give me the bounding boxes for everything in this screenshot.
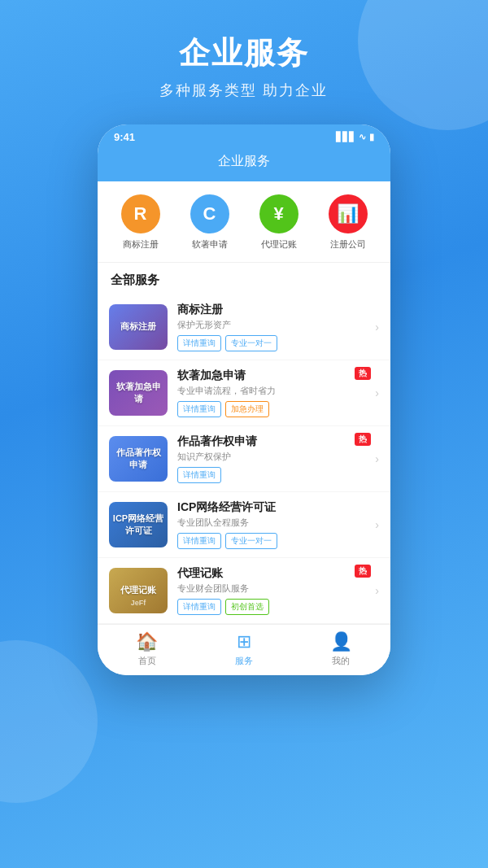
service-info-icp: ICP网络经营许可证 专业团队全程服务 详情重询 专业一对一 bbox=[177, 500, 372, 549]
app-header: 企业服务 bbox=[98, 146, 390, 181]
nav-item-home[interactable]: 🏠 首页 bbox=[136, 631, 158, 667]
service-icon: ⊞ bbox=[237, 631, 251, 652]
service-thumb-trademark: 商标注册 bbox=[109, 304, 168, 350]
service-item-copyright[interactable]: 作品著作权申请 作品著作权申请 知识产权保护 详情重询 › 热 bbox=[98, 426, 390, 492]
nav-item-service[interactable]: ⊞ 服务 bbox=[235, 631, 253, 667]
quick-icon-agent[interactable]: ¥ 代理记账 bbox=[259, 194, 298, 251]
app-title: 企业服务 bbox=[218, 154, 270, 168]
nav-label-home: 首页 bbox=[138, 655, 156, 667]
service-name-soft: 软著加急申请 bbox=[177, 369, 372, 383]
service-tags-agent: 详情重询 初创首选 bbox=[177, 599, 372, 615]
service-info-agent: 代理记账 专业财会团队服务 详情重询 初创首选 bbox=[177, 566, 372, 615]
page-title: 企业服务 bbox=[16, 33, 472, 74]
bottom-nav: 🏠 首页 ⊞ 服务 👤 我的 bbox=[98, 624, 390, 675]
jeff-label: JeFf bbox=[109, 599, 168, 608]
thumb-text-trademark: 商标注册 bbox=[117, 317, 159, 336]
service-item-trademark[interactable]: 商标注册 商标注册 保护无形资产 详情重询 专业一对一 › bbox=[98, 294, 390, 360]
service-tags-copyright: 详情重询 bbox=[177, 467, 372, 483]
quick-icons-row: R 商标注册 C 软著申请 ¥ 代理记账 📊 注册公司 bbox=[98, 181, 390, 263]
tag-detail-4: 详情重询 bbox=[177, 533, 221, 549]
quick-icon-trademark[interactable]: R 商标注册 bbox=[121, 194, 160, 251]
service-desc-trademark: 保护无形资产 bbox=[177, 319, 372, 331]
trademark-icon-circle: R bbox=[121, 194, 160, 233]
register-label: 注册公司 bbox=[330, 238, 366, 251]
hot-badge-agent: 热 bbox=[355, 565, 371, 578]
thumb-text-icp: ICP网络经营许可证 bbox=[109, 509, 168, 541]
section-title: 全部服务 bbox=[98, 263, 390, 294]
service-name-trademark: 商标注册 bbox=[177, 303, 372, 317]
status-time: 9:41 bbox=[114, 131, 135, 143]
service-name-agent: 代理记账 bbox=[177, 566, 372, 581]
soft-icon-circle: C bbox=[190, 194, 229, 233]
wifi-icon: ∿ bbox=[359, 132, 366, 142]
service-info-soft: 软著加急申请 专业申请流程，省时省力 详情重询 加急办理 bbox=[177, 369, 372, 417]
register-icon-circle: 📊 bbox=[329, 194, 368, 233]
service-thumb-soft: 软著加急申请 bbox=[109, 370, 168, 416]
service-desc-icp: 专业团队全程服务 bbox=[177, 517, 372, 529]
service-list: 商标注册 商标注册 保护无形资产 详情重询 专业一对一 › 软著加急申请 软著加… bbox=[98, 294, 390, 624]
service-desc-soft: 专业申请流程，省时省力 bbox=[177, 385, 372, 397]
status-icons: ▋▋▋ ∿ ▮ bbox=[336, 132, 374, 142]
service-item-agent[interactable]: 代理记账 JeFf 代理记账 专业财会团队服务 详情重询 初创首选 › 热 bbox=[98, 558, 390, 624]
service-item-icp[interactable]: ICP网络经营许可证 ICP网络经营许可证 专业团队全程服务 详情重询 专业一对… bbox=[98, 492, 390, 558]
phone-mockup: 9:41 ▋▋▋ ∿ ▮ 企业服务 R 商标注册 C 软著申请 ¥ 代理记账 📊… bbox=[98, 124, 390, 675]
chevron-icp: › bbox=[375, 518, 379, 531]
tag-detail-3: 详情重询 bbox=[177, 467, 221, 483]
chevron-agent: › bbox=[375, 584, 379, 597]
tag-professional-4: 专业一对一 bbox=[225, 533, 277, 549]
soft-label: 软著申请 bbox=[192, 238, 228, 251]
thumb-text-copyright: 作品著作权申请 bbox=[109, 443, 168, 475]
agent-label: 代理记账 bbox=[261, 238, 297, 251]
bg-decoration-bottom bbox=[0, 640, 98, 803]
quick-icon-register[interactable]: 📊 注册公司 bbox=[329, 194, 368, 251]
service-tags-icp: 详情重询 专业一对一 bbox=[177, 533, 372, 549]
service-thumb-copyright: 作品著作权申请 bbox=[109, 436, 168, 482]
status-bar: 9:41 ▋▋▋ ∿ ▮ bbox=[98, 124, 390, 146]
home-icon: 🏠 bbox=[136, 631, 158, 652]
tag-detail-2: 详情重询 bbox=[177, 401, 221, 417]
tag-startup: 初创首选 bbox=[225, 599, 269, 615]
tag-urgent: 加急办理 bbox=[225, 401, 269, 417]
service-info-copyright: 作品著作权申请 知识产权保护 详情重询 bbox=[177, 434, 372, 483]
page-subtitle: 多种服务类型 助力企业 bbox=[16, 81, 472, 100]
trademark-label: 商标注册 bbox=[123, 238, 159, 251]
thumb-text-agent: 代理记账 bbox=[117, 581, 159, 600]
service-item-soft[interactable]: 软著加急申请 软著加急申请 专业申请流程，省时省力 详情重询 加急办理 › 热 bbox=[98, 360, 390, 426]
thumb-text-soft: 软著加急申请 bbox=[109, 377, 168, 409]
nav-label-service: 服务 bbox=[235, 655, 253, 667]
service-thumb-agent: 代理记账 JeFf bbox=[109, 568, 168, 613]
chevron-copyright: › bbox=[375, 452, 379, 465]
hot-badge-soft: 热 bbox=[355, 367, 371, 380]
tag-detail-5: 详情重询 bbox=[177, 599, 221, 615]
agent-icon-circle: ¥ bbox=[259, 194, 298, 233]
nav-label-my: 我的 bbox=[332, 655, 350, 667]
hot-badge-copyright: 热 bbox=[355, 433, 371, 446]
service-desc-agent: 专业财会团队服务 bbox=[177, 582, 372, 595]
service-tags-soft: 详情重询 加急办理 bbox=[177, 401, 372, 417]
my-icon: 👤 bbox=[330, 631, 352, 652]
service-desc-copyright: 知识产权保护 bbox=[177, 451, 372, 463]
page-header: 企业服务 多种服务类型 助力企业 bbox=[0, 0, 488, 116]
service-name-copyright: 作品著作权申请 bbox=[177, 434, 372, 449]
tag-detail-1: 详情重询 bbox=[177, 335, 221, 351]
service-info-trademark: 商标注册 保护无形资产 详情重询 专业一对一 bbox=[177, 303, 372, 351]
nav-item-my[interactable]: 👤 我的 bbox=[330, 631, 352, 667]
service-tags-trademark: 详情重询 专业一对一 bbox=[177, 335, 372, 351]
chevron-soft: › bbox=[375, 386, 379, 399]
tag-professional-1: 专业一对一 bbox=[225, 335, 277, 351]
service-name-icp: ICP网络经营许可证 bbox=[177, 500, 372, 515]
signal-icon: ▋▋▋ bbox=[336, 132, 355, 142]
chevron-trademark: › bbox=[375, 321, 379, 334]
service-thumb-icp: ICP网络经营许可证 bbox=[109, 502, 168, 547]
battery-icon: ▮ bbox=[369, 132, 374, 142]
quick-icon-soft[interactable]: C 软著申请 bbox=[190, 194, 229, 251]
